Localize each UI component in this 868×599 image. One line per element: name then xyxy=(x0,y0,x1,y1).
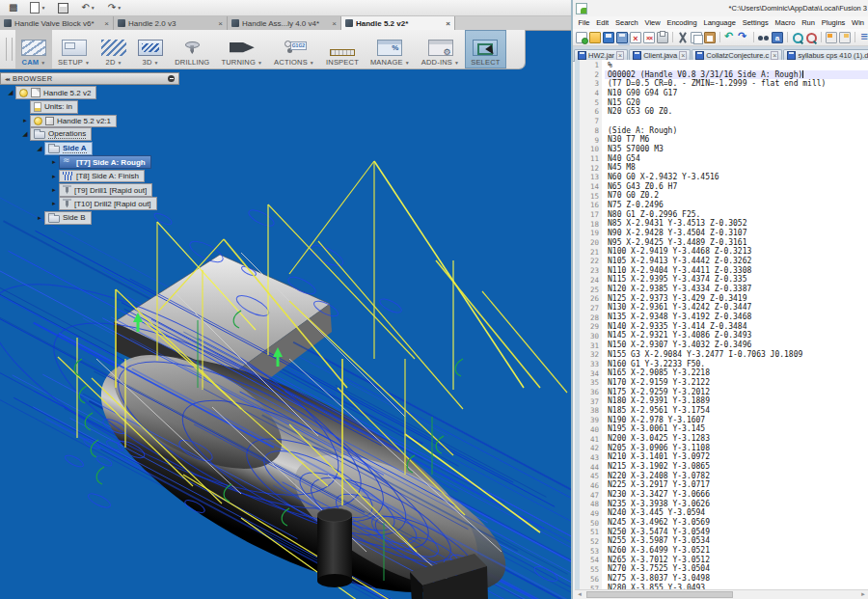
close-icon[interactable] xyxy=(630,32,641,43)
menu-encoding[interactable]: Encoding xyxy=(664,18,700,27)
ribbon-button-3d[interactable]: 3D▼ xyxy=(132,30,169,68)
menu-plugins[interactable]: Plugins xyxy=(818,18,848,27)
ribbon-button-inspect[interactable]: INSPECT xyxy=(320,30,365,68)
cut-icon[interactable] xyxy=(677,32,689,43)
macro-icon[interactable] xyxy=(859,32,868,43)
menu-macro[interactable]: Macro xyxy=(772,18,799,27)
scrollbar-thumb[interactable] xyxy=(586,591,733,598)
menu-file[interactable]: File xyxy=(575,18,593,27)
zoom-in-icon[interactable] xyxy=(792,32,803,43)
browser-item[interactable]: ▸[T9] Drill1 [Rapid out] xyxy=(2,184,157,197)
ribbon-grip[interactable] xyxy=(6,38,13,61)
new-icon[interactable] xyxy=(576,32,587,43)
browser-item[interactable]: ▸Side B xyxy=(2,212,157,225)
browser-item[interactable]: ▸[T7] Side A: Rough xyxy=(2,156,157,169)
browser-item[interactable]: ◢Side A xyxy=(2,143,157,155)
close-tab-icon[interactable]: × xyxy=(218,19,223,28)
save-icon[interactable] xyxy=(603,32,614,43)
menu-search[interactable]: Search xyxy=(612,18,642,27)
browser-item[interactable]: ◢Handle 5.2 v2 xyxy=(2,87,157,99)
browser-item-chip[interactable]: Handle 5.2 v2:1 xyxy=(30,115,117,127)
redo-icon[interactable] xyxy=(738,32,749,43)
menu-view[interactable]: View xyxy=(641,18,664,27)
copy-icon[interactable] xyxy=(691,32,702,43)
ribbon-button-manage[interactable]: MANAGE▼ xyxy=(365,30,416,68)
document-tab[interactable]: Handle 2.0 v3× xyxy=(114,16,228,30)
menu-run[interactable]: Run xyxy=(799,18,819,27)
ribbon-button-cam[interactable]: CAM▼ xyxy=(15,30,52,68)
close-tab-icon[interactable]: × xyxy=(616,51,624,60)
browser-panel-header[interactable]: ◂◂ BROWSER xyxy=(0,72,179,85)
redo-icon[interactable]: ↷▼ xyxy=(108,3,122,13)
save-all-icon[interactable] xyxy=(616,32,628,43)
browser-item[interactable]: Units: in xyxy=(2,100,157,113)
close-tab-icon[interactable]: × xyxy=(771,51,778,60)
ribbon-button-select[interactable]: SELECT xyxy=(465,30,505,68)
ribbon-button-actions[interactable]: ACTIONS▼ xyxy=(268,30,320,68)
menu-language[interactable]: Language xyxy=(700,18,739,27)
code-line: N165 X-2.9085 Y-3.2218 xyxy=(605,368,868,378)
browser-item-chip[interactable]: [T8] Side A: Finish xyxy=(59,170,145,182)
menu-settings[interactable]: Settings xyxy=(739,18,772,27)
notepadpp-editor[interactable]: 1234567891011121314151617181920212223242… xyxy=(575,60,868,590)
browser-item[interactable]: ▸[T8] Side A: Finish xyxy=(2,170,157,182)
doc-map-icon[interactable] xyxy=(839,32,851,43)
document-tab[interactable]: Handle 5.2 v2*× xyxy=(341,16,455,30)
close-tab-icon[interactable]: × xyxy=(104,19,109,28)
close-tab-icon[interactable]: × xyxy=(679,51,687,60)
paste-icon[interactable] xyxy=(704,32,716,43)
browser-item-chip[interactable]: [T7] Side A: Rough xyxy=(59,155,151,169)
scroll-right-arrow[interactable]: ► xyxy=(858,590,868,598)
document-tab[interactable]: Handle Ass...ly 4.0 v4*× xyxy=(228,16,341,30)
save-icon[interactable] xyxy=(58,3,68,14)
expander-icon[interactable]: ▸ xyxy=(49,200,59,207)
ribbon-button-drilling[interactable]: DRILLING xyxy=(169,30,215,68)
find-files-icon[interactable] xyxy=(772,32,783,43)
find-icon[interactable] xyxy=(758,32,770,43)
zoom-out-icon[interactable] xyxy=(805,32,817,43)
browser-item[interactable]: ◢Operations xyxy=(2,128,157,141)
browser-item[interactable]: ▸[T10] Drill2 [Rapid out] xyxy=(2,198,157,210)
document-tab[interactable]: Handle Valve Block v6*× xyxy=(0,16,114,30)
expander-icon[interactable]: ▸ xyxy=(49,186,59,194)
expander-icon[interactable]: ◢ xyxy=(35,145,44,152)
horizontal-scrollbar[interactable]: ◄ ► xyxy=(575,589,868,599)
doc-switch-icon[interactable] xyxy=(826,32,837,43)
browser-item-chip[interactable]: Units: in xyxy=(30,100,78,114)
menu-win[interactable]: Win xyxy=(849,18,868,27)
expander-icon[interactable]: ▸ xyxy=(49,158,59,166)
expander-icon[interactable]: ▸ xyxy=(20,117,30,124)
scroll-left-arrow[interactable]: ◄ xyxy=(575,590,584,598)
browser-item[interactable]: ▸Handle 5.2 v2:1 xyxy=(2,115,157,127)
close-tab-icon[interactable]: × xyxy=(446,19,450,28)
line-number: 28 xyxy=(580,313,599,323)
inspect-icon xyxy=(330,49,355,56)
browser-item-chip[interactable]: Side B xyxy=(44,211,92,225)
collapse-panel-icon[interactable]: ◂◂ xyxy=(5,75,9,82)
hide-panel-icon[interactable] xyxy=(168,75,175,82)
new-file-icon[interactable]: ▼ xyxy=(30,2,45,14)
print-icon[interactable] xyxy=(657,32,668,43)
browser-item-chip[interactable]: Handle 5.2 v2 xyxy=(15,86,96,99)
undo-icon[interactable] xyxy=(724,32,736,43)
app-grid-icon[interactable]: ▩ xyxy=(9,3,17,13)
expander-icon[interactable]: ▸ xyxy=(49,173,59,180)
browser-item-chip[interactable]: [T9] Drill1 [Rapid out] xyxy=(59,183,152,197)
open-icon[interactable] xyxy=(589,32,601,43)
ribbon-button-add-ins[interactable]: ADD-INS▼ xyxy=(416,30,465,68)
ribbon-button-2d[interactable]: 2D▼ xyxy=(95,30,132,68)
code-text-area[interactable]: %O00002 (Handle V0.8 3/31/16 Side A: Rou… xyxy=(605,60,868,590)
ribbon-button-setup[interactable]: SETUP▼ xyxy=(52,30,95,68)
expander-icon[interactable]: ◢ xyxy=(20,130,30,138)
expander-icon[interactable]: ◢ xyxy=(6,89,15,96)
close-tab-icon[interactable]: × xyxy=(332,19,337,28)
bulb-icon xyxy=(19,89,28,97)
menu-edit[interactable]: Edit xyxy=(593,18,612,27)
ribbon-button-turning[interactable]: TURNING▼ xyxy=(215,30,268,68)
expander-icon[interactable]: ▸ xyxy=(35,214,44,222)
close-all-icon[interactable] xyxy=(643,32,655,43)
browser-item-chip[interactable]: Side A xyxy=(44,142,93,155)
undo-icon[interactable]: ↶▼ xyxy=(81,3,95,13)
browser-item-chip[interactable]: Operations xyxy=(30,127,92,141)
browser-item-chip[interactable]: [T10] Drill2 [Rapid out] xyxy=(59,197,157,210)
